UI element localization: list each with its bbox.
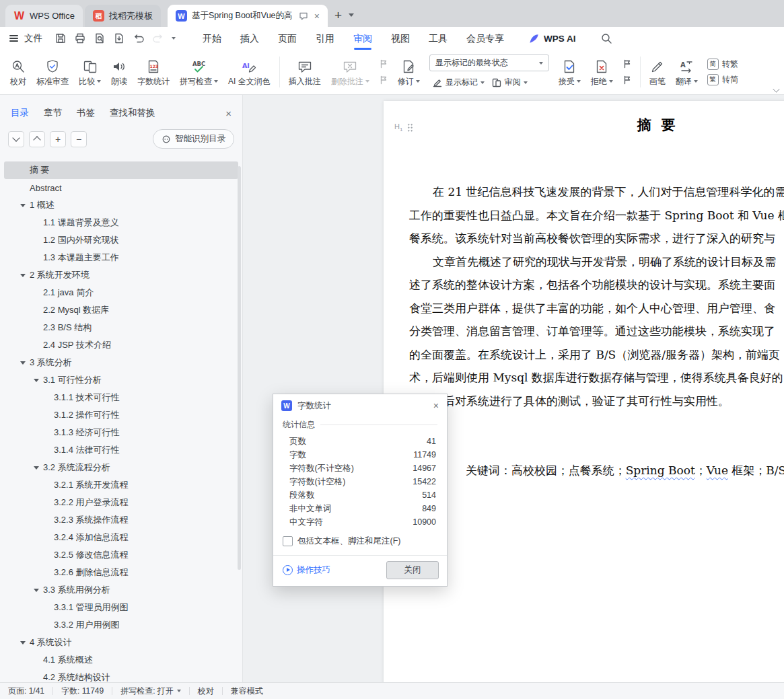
smart-toc-button[interactable]: 智能识别目录 (153, 129, 234, 149)
toc-collapse-button[interactable] (8, 131, 24, 147)
toc-item[interactable]: 2.2 Mysql 数据库 (4, 301, 238, 319)
translate-button[interactable]: A 翻译 (671, 56, 703, 88)
wps-ai-button[interactable]: WPS AI (528, 33, 576, 44)
toc-expand-arrow-icon[interactable] (34, 379, 39, 385)
toc-expand-button[interactable] (29, 131, 45, 147)
ribbon-tab[interactable]: 会员专享 (457, 27, 513, 50)
toc-item[interactable]: 1.3 本课题主要工作 (4, 249, 238, 266)
tab-wps-office[interactable]: W WPS Office (5, 5, 83, 27)
toc-item[interactable]: 3.2.5 修改信息流程 (4, 546, 238, 564)
ribbon-tab[interactable]: 工具 (419, 27, 457, 50)
ai-polish-button[interactable]: AI AI 全文润色 (223, 56, 275, 88)
toc-item[interactable]: 3.2.2 用户登录流程 (4, 494, 238, 511)
drag-dots-icon[interactable] (407, 123, 413, 132)
quick-access-chevron-icon[interactable] (172, 37, 176, 42)
file-menu-button[interactable]: 文件 (24, 32, 42, 44)
ribbon-tab[interactable]: 开始 (193, 27, 231, 50)
document-page[interactable]: H1 摘 要 在 21 世纪信息科技飞速发展的背景下，人们对于信息管理科学化的需… (384, 101, 784, 683)
standard-review-button[interactable]: 标准审查 (32, 56, 73, 88)
sidebar-tab-find-replace[interactable]: 查找和替换 (110, 107, 155, 119)
toc-expand-arrow-icon[interactable] (20, 361, 26, 367)
new-tab-button[interactable]: + (334, 9, 342, 22)
sidebar-close-icon[interactable]: × (225, 108, 231, 118)
previous-change-flag-icon[interactable] (620, 59, 634, 70)
ribbon-tab[interactable]: 审阅 (344, 27, 382, 50)
ribbon-tab[interactable]: 视图 (382, 27, 419, 50)
spell-check-toggle[interactable]: 拼写检查: 打开 (112, 686, 189, 697)
toc-item[interactable]: 摘 要 (4, 161, 238, 179)
show-markup-button[interactable]: 显示标记 (429, 75, 487, 89)
toc-item[interactable]: 3.2.3 系统操作流程 (4, 511, 238, 529)
word-count-button[interactable]: 123 字数统计 (133, 56, 174, 88)
toc-item[interactable]: 2.3 B/S 结构 (4, 319, 238, 336)
toc-item[interactable]: 3.2.4 添加信息流程 (4, 529, 238, 546)
sidebar-tab-toc[interactable]: 目录 (11, 107, 29, 119)
insert-comment-button[interactable]: 插入批注 (284, 56, 326, 88)
toc-item[interactable]: Abstract (4, 179, 238, 196)
markup-state-select[interactable]: 显示标记的最终状态 (429, 54, 549, 71)
page-indicator[interactable]: 页面: 1/41 (8, 686, 52, 697)
close-button[interactable]: 关闭 (386, 561, 439, 579)
toc-item[interactable]: 2.4 JSP 技术介绍 (4, 336, 238, 354)
export-pdf-icon[interactable] (113, 32, 125, 44)
paragraph-handle[interactable]: H1 (394, 122, 413, 133)
toc-item[interactable]: 4 系统设计 (4, 634, 238, 651)
toc-expand-arrow-icon[interactable] (34, 466, 39, 472)
ribbon-tab[interactable]: 引用 (306, 27, 344, 50)
compare-button[interactable]: 比较 (74, 56, 106, 88)
toc-item[interactable]: 1.2 国内外研究现状 (4, 231, 238, 249)
toc-item[interactable]: 3.1.3 经济可行性 (4, 424, 238, 441)
toc-item[interactable]: 4.1 系统概述 (4, 651, 238, 669)
track-changes-button[interactable]: 修订 (393, 56, 425, 88)
toc-item[interactable]: 3.3.2 用户用例图 (4, 616, 238, 634)
toc-item[interactable]: 3.1.4 法律可行性 (4, 441, 238, 459)
sidebar-tab-bookmarks[interactable]: 书签 (77, 107, 95, 119)
tab-close-icon[interactable]: × (314, 11, 320, 21)
undo-icon[interactable] (133, 32, 145, 44)
toc-item[interactable]: 1 概述 (4, 196, 238, 214)
toc-item[interactable]: 3.1 可行性分析 (4, 371, 238, 389)
spell-check-button[interactable]: ABC 拼写检查 (175, 56, 223, 88)
tab-current-document[interactable]: W 基于Spring Boot和Vue的高 × (168, 5, 328, 27)
toc-item[interactable]: 3.1.2 操作可行性 (4, 406, 238, 424)
toc-item[interactable]: 3.2 系统流程分析 (4, 459, 238, 476)
ribbon-collapse-chevron-icon[interactable] (773, 85, 779, 92)
sidebar-tab-chapters[interactable]: 章节 (44, 107, 62, 119)
toc-expand-arrow-icon[interactable] (34, 589, 39, 595)
proofread-button[interactable]: 校对 (5, 56, 31, 88)
toc-expand-arrow-icon[interactable] (20, 204, 26, 210)
toc-item[interactable]: 3.3 系统用例分析 (4, 581, 238, 599)
include-textbox-checkbox[interactable] (283, 536, 293, 546)
search-icon[interactable] (600, 32, 612, 44)
main-menu-icon[interactable] (9, 38, 18, 39)
review-pane-button[interactable]: 审阅 (489, 75, 530, 89)
toc-item[interactable]: 4.2 系统结构设计 (4, 669, 238, 683)
toc-item[interactable]: 3.2.1 系统开发流程 (4, 476, 238, 494)
toc-item[interactable]: 3 系统分析 (4, 354, 238, 371)
toc-item[interactable]: 3.3.1 管理员用例图 (4, 599, 238, 616)
toc-item[interactable]: 1.1 课题背景及意义 (4, 214, 238, 231)
reject-button[interactable]: 拒绝 (586, 56, 618, 88)
tab-docer-templates[interactable]: 稻 找稻壳模板 (85, 5, 161, 27)
toc-item[interactable]: 3.2.6 删除信息流程 (4, 564, 238, 581)
read-aloud-button[interactable]: 朗读 (106, 56, 132, 88)
toc-expand-arrow-icon[interactable] (20, 274, 26, 280)
next-change-flag-icon[interactable] (620, 75, 634, 86)
toc-zoom-in-button[interactable]: + (50, 131, 66, 147)
toc-item[interactable]: 3.1.1 技术可行性 (4, 389, 238, 406)
toc-item[interactable]: 2 系统开发环境 (4, 266, 238, 284)
word-count-indicator[interactable]: 字数: 11749 (53, 686, 112, 697)
dialog-close-icon[interactable]: × (433, 401, 439, 410)
toc-zoom-out-button[interactable]: − (71, 131, 87, 147)
traditional-to-simplified-button[interactable]: 繁 转简 (707, 74, 738, 85)
dialog-title-bar[interactable]: W 字数统计 × (273, 394, 447, 417)
print-preview-icon[interactable] (94, 32, 106, 44)
tips-link[interactable]: 操作技巧 (283, 564, 330, 576)
toc-expand-arrow-icon[interactable] (20, 641, 26, 647)
ribbon-tab[interactable]: 插入 (231, 27, 269, 50)
save-icon[interactable] (55, 32, 67, 44)
proofread-status[interactable]: 校对 (190, 686, 222, 697)
accept-button[interactable]: 接受 (554, 56, 585, 88)
ribbon-tab[interactable]: 页面 (269, 27, 306, 50)
toc-item[interactable]: 2.1 java 简介 (4, 284, 238, 301)
